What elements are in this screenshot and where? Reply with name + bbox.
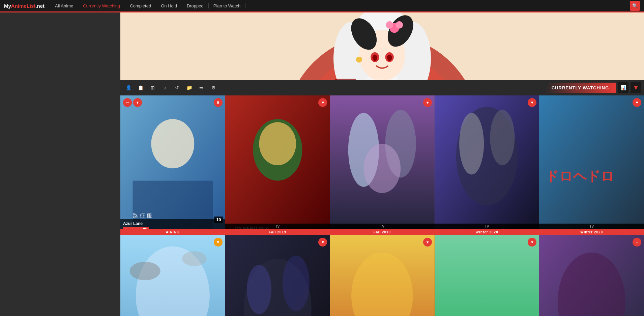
- card-status-4: TV Winter 2020: [435, 224, 539, 235]
- svg-point-46: [182, 251, 207, 266]
- card-heart-5[interactable]: ♥: [633, 98, 641, 107]
- card-title-1: Azur Lane: [123, 221, 223, 226]
- svg-text:ドロヘドロ: ドロヘドロ: [546, 169, 615, 184]
- anime-card-7[interactable]: ♥: [225, 235, 330, 316]
- card-status-3: TV Fall 2019: [330, 224, 435, 235]
- card-heart-6[interactable]: ♥: [214, 238, 223, 247]
- card-status-2: TV Fall 2019: [225, 224, 330, 235]
- anime-grid: 路 征 服 ✏ ▼ 9 Azur Lane Ep: 9 / 12 + AIRIN…: [120, 95, 644, 316]
- card-art-2: MY HERO ACA...: [225, 95, 330, 235]
- nav-links: All Anime Currently Watching Completed O…: [50, 3, 630, 8]
- edit-button[interactable]: ✏: [123, 98, 132, 107]
- card-type-4: TV: [435, 224, 539, 229]
- card-status-1: AIRING: [120, 229, 225, 235]
- card-status-5: TV Winter 2020: [539, 224, 644, 235]
- card-type-5: TV: [539, 224, 644, 229]
- toolbar-icon-list[interactable]: 📋: [135, 82, 146, 93]
- nav-currently-watching[interactable]: Currently Watching: [78, 3, 125, 8]
- svg-point-21: [151, 119, 194, 168]
- left-sidebar: [0, 12, 120, 316]
- toolbar: 👤 📋 ⊞ ♪ ↺ 📁 ➡ ⚙ CURRENTLY WATCHING 📊 ▼: [120, 80, 644, 95]
- svg-point-17: [356, 57, 362, 63]
- logo-animelist: AnimeList: [11, 3, 36, 9]
- score-1: 10: [214, 217, 223, 223]
- svg-point-33: [364, 144, 401, 193]
- airing-badge-1: AIRING: [120, 229, 225, 235]
- card-heart-2[interactable]: ♥: [318, 98, 327, 107]
- svg-point-15: [373, 55, 377, 61]
- dropdown-button[interactable]: ▼: [133, 98, 142, 107]
- card-art-4: [435, 95, 539, 235]
- svg-point-37: [459, 113, 484, 175]
- anime-card-9[interactable]: ♥: [435, 235, 539, 316]
- card-type-2: TV: [225, 224, 330, 229]
- nav-all-anime[interactable]: All Anime: [50, 3, 78, 8]
- card-art-7: [225, 235, 330, 316]
- page-layout: 夏 👤 📋 ⊞ ♪ ↺ 📁 ➡ ⚙ CURRENTLY WATCHING 📊 ▼: [0, 12, 644, 316]
- anime-card-2[interactable]: MY HERO ACA... ♥ TV Fall 2019: [225, 95, 330, 235]
- filter-icon: ▼: [633, 84, 639, 91]
- search-button[interactable]: 🔍: [630, 1, 640, 11]
- svg-point-11: [396, 21, 403, 29]
- episode-badge: 9: [214, 98, 223, 107]
- navbar: MyAnimeList.net All Anime Currently Watc…: [0, 0, 644, 11]
- anime-card-3[interactable]: ♥ TV Fall 2019: [330, 95, 435, 235]
- card-art-8: [330, 235, 435, 316]
- anime-card-8[interactable]: ♥: [330, 235, 435, 316]
- logo-my: My: [4, 3, 11, 9]
- section-label: CURRENTLY WATCHING: [545, 83, 616, 93]
- nav-dropped[interactable]: Dropped: [182, 3, 209, 8]
- banner-illustration: 夏: [120, 12, 644, 80]
- toolbar-right: CURRENTLY WATCHING 📊 ▼: [545, 82, 641, 93]
- toolbar-icon-settings[interactable]: ⚙: [208, 82, 219, 93]
- card-heart-8[interactable]: ♥: [423, 238, 432, 247]
- airing-badge-2: Fall 2019: [225, 229, 330, 235]
- card-heart-3[interactable]: ♥: [423, 98, 432, 107]
- airing-badge-5: Winter 2020: [539, 229, 644, 235]
- anime-card-10[interactable]: −: [539, 235, 644, 316]
- svg-point-12: [386, 21, 393, 29]
- search-icon: 🔍: [632, 3, 638, 8]
- card-art-3: [330, 95, 435, 235]
- svg-point-27: [259, 122, 296, 165]
- card-art-10: [539, 235, 644, 316]
- svg-text:夏: 夏: [333, 76, 358, 80]
- nav-plan-to-watch[interactable]: Plan to Watch: [209, 3, 245, 8]
- chart-button[interactable]: 📊: [618, 82, 628, 93]
- chart-icon: 📊: [620, 85, 626, 90]
- main-content: 夏 👤 📋 ⊞ ♪ ↺ 📁 ➡ ⚙ CURRENTLY WATCHING 📊 ▼: [120, 12, 644, 316]
- toolbar-icon-user[interactable]: 👤: [123, 82, 134, 93]
- card-heart-10[interactable]: −: [633, 238, 641, 247]
- toolbar-icon-grid[interactable]: ⊞: [147, 82, 158, 93]
- filter-button[interactable]: ▼: [631, 82, 641, 93]
- banner: 夏: [120, 12, 644, 80]
- toolbar-icon-export[interactable]: ➡: [196, 82, 207, 93]
- svg-text:路 征 服: 路 征 服: [133, 212, 152, 219]
- site-logo[interactable]: MyAnimeList.net: [4, 3, 45, 9]
- toolbar-icon-folder[interactable]: 📁: [184, 82, 195, 93]
- toolbar-icon-music[interactable]: ♪: [159, 82, 170, 93]
- svg-rect-56: [435, 235, 539, 316]
- svg-point-38: [490, 110, 515, 165]
- svg-point-50: [247, 265, 271, 314]
- nav-on-hold[interactable]: On Hold: [156, 3, 182, 8]
- airing-badge-4: Winter 2020: [435, 229, 539, 235]
- card-art-5: ドロヘドロ: [539, 95, 644, 235]
- card-art-6: [120, 235, 225, 316]
- card-art-9: [435, 235, 539, 316]
- svg-rect-40: [539, 95, 644, 235]
- anime-card-5[interactable]: ドロヘドロ ♥ TV Winter 2020: [539, 95, 644, 235]
- anime-card-1[interactable]: 路 征 服 ✏ ▼ 9 Azur Lane Ep: 9 / 12 + AIRIN…: [120, 95, 225, 235]
- card-type-3: TV: [330, 224, 435, 229]
- airing-badge-3: Fall 2019: [330, 229, 435, 235]
- anime-card-4[interactable]: ♥ TV Winter 2020: [435, 95, 539, 235]
- nav-completed[interactable]: Completed: [125, 3, 156, 8]
- svg-point-45: [129, 262, 160, 280]
- svg-point-51: [283, 256, 310, 311]
- svg-point-16: [387, 55, 392, 61]
- anime-card-6[interactable]: ♥: [120, 235, 225, 316]
- card-art-1: 路 征 服: [120, 95, 225, 235]
- toolbar-icon-refresh[interactable]: ↺: [172, 82, 182, 93]
- card-edit-controls[interactable]: ✏ ▼: [123, 98, 142, 107]
- logo-net: .net: [35, 3, 45, 9]
